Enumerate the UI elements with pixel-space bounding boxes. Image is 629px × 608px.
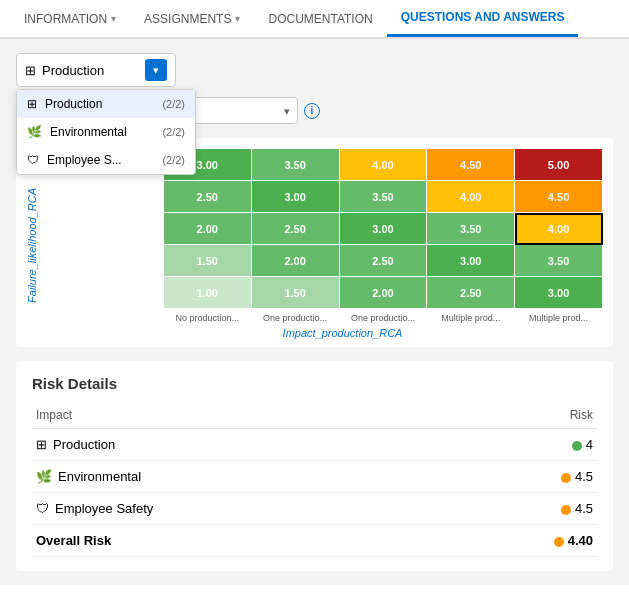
matrix-cell[interactable]: 4.00 — [427, 181, 515, 213]
main-content: ⊞ Production ▾ ⊞ Production (2/2) 🌿 Envi… — [0, 39, 629, 585]
matrix-cell[interactable]: 3.50 — [427, 213, 515, 245]
overall-risk-label: Overall Risk — [32, 525, 442, 557]
matrix-cell[interactable]: 3.00 — [251, 181, 339, 213]
chevron-down-icon: ▾ — [111, 13, 116, 24]
tab-information[interactable]: INFORMATION ▾ — [10, 0, 130, 37]
tab-assignments[interactable]: ASSIGNMENTS ▾ — [130, 0, 254, 37]
tab-documentation-label: DOCUMENTATION — [268, 12, 372, 26]
matrix-cell[interactable]: 2.50 — [339, 245, 427, 277]
select-impact[interactable]: 3 2 1 — [178, 97, 298, 124]
risk-details-table: Impact Risk ⊞Production4🌿Environmental4.… — [32, 402, 597, 557]
shield-icon: 🛡 — [36, 501, 49, 516]
risk-row: ⊞Production4 — [32, 429, 597, 461]
col-impact-header: Impact — [32, 402, 442, 429]
dropdown-selected-label: Production — [42, 63, 104, 78]
tab-documentation[interactable]: DOCUMENTATION — [254, 0, 386, 37]
matrix-cell[interactable]: 2.00 — [251, 245, 339, 277]
col-label: Multiple prod... — [515, 309, 603, 324]
matrix-cell[interactable]: 1.50 — [251, 277, 339, 309]
overall-risk-value: 4.40 — [442, 525, 597, 557]
risk-row-label: Employee Safety — [55, 501, 153, 516]
grid-icon: ⊞ — [25, 63, 36, 78]
grid-icon: ⊞ — [27, 97, 37, 111]
risk-dot — [561, 473, 571, 483]
matrix-cell[interactable]: 4.50 — [427, 149, 515, 181]
matrix-cell[interactable]: 4.50 — [515, 181, 603, 213]
matrix-cell[interactable]: 1.00 — [163, 277, 251, 309]
matrix-cell[interactable]: 3.50 — [339, 181, 427, 213]
matrix-cell[interactable]: 2.50 — [251, 213, 339, 245]
matrix-cell[interactable]: 1.50 — [163, 245, 251, 277]
dropdown-item-production[interactable]: ⊞ Production (2/2) — [17, 90, 195, 118]
nav-tabs: INFORMATION ▾ ASSIGNMENTS ▾ DOCUMENTATIO… — [0, 0, 629, 39]
grid-icon: ⊞ — [36, 437, 47, 452]
risk-value: 4.5 — [442, 493, 597, 525]
matrix-cell[interactable]: 4.00 — [339, 149, 427, 181]
matrix-cell[interactable]: 3.50 — [251, 149, 339, 181]
dropdown-item-employee-safety[interactable]: 🛡 Employee S... (2/2) — [17, 146, 195, 174]
dropdown-wrapper: ⊞ Production ▾ ⊞ Production (2/2) 🌿 Envi… — [16, 53, 176, 87]
tab-information-label: INFORMATION — [24, 12, 107, 26]
x-axis-label: Impact_production_RCA — [82, 323, 603, 343]
risk-value: 4.5 — [442, 461, 597, 493]
matrix-cell[interactable]: 2.00 — [339, 277, 427, 309]
matrix-cell[interactable]: 3.50 — [515, 245, 603, 277]
dropdown-menu: ⊞ Production (2/2) 🌿 Environmental (2/2)… — [16, 89, 196, 175]
dropdown-item-employee-label: Employee S... — [47, 153, 122, 167]
matrix-wrap: Failure_likelihood_RCA Frequent3.003.504… — [26, 148, 603, 343]
risk-dot — [561, 505, 571, 515]
col-label: No production... — [163, 309, 251, 324]
risk-details: Risk Details Impact Risk ⊞Production4🌿En… — [16, 361, 613, 571]
risk-details-title: Risk Details — [32, 375, 597, 392]
risk-row-label: Environmental — [58, 469, 141, 484]
matrix-cell[interactable]: 2.50 — [427, 277, 515, 309]
info-icon-2[interactable]: i — [304, 103, 320, 119]
dropdown-item-employee-badge: (2/2) — [162, 154, 185, 166]
dropdown-item-environmental[interactable]: 🌿 Environmental (2/2) — [17, 118, 195, 146]
overall-risk-dot — [554, 537, 564, 547]
col-label: One productio... — [339, 309, 427, 324]
dropdown-item-production-label: Production — [45, 97, 102, 111]
col-label: Multiple prod... — [427, 309, 515, 324]
tab-questions-answers[interactable]: QUESTIONS AND ANSWERS — [387, 0, 579, 37]
dropdown-item-production-badge: (2/2) — [162, 98, 185, 110]
category-dropdown[interactable]: ⊞ Production ▾ — [16, 53, 176, 87]
risk-row-label: Production — [53, 437, 115, 452]
shield-icon: 🛡 — [27, 153, 39, 167]
risk-row: 🌿Environmental4.5 — [32, 461, 597, 493]
chevron-down-icon: ▾ — [235, 13, 240, 24]
matrix-cell[interactable]: 2.00 — [163, 213, 251, 245]
risk-dot — [572, 441, 582, 451]
matrix-cell[interactable]: 3.00 — [339, 213, 427, 245]
leaf-icon: 🌿 — [36, 469, 52, 484]
matrix-cell[interactable]: 4.00 — [515, 213, 603, 245]
matrix-cell[interactable]: 3.00 — [427, 245, 515, 277]
overall-risk-row: Overall Risk4.40 — [32, 525, 597, 557]
col-label: One productio... — [251, 309, 339, 324]
col-risk-header: Risk — [442, 402, 597, 429]
dropdown-arrow-button[interactable]: ▾ — [145, 59, 167, 81]
dropdown-item-environmental-label: Environmental — [50, 125, 127, 139]
risk-value: 4 — [442, 429, 597, 461]
matrix-cell[interactable]: 3.00 — [515, 277, 603, 309]
select-group-2: 3 2 1 i — [178, 97, 320, 124]
tab-qa-label: QUESTIONS AND ANSWERS — [401, 10, 565, 24]
matrix-cell[interactable]: 2.50 — [163, 181, 251, 213]
risk-row: 🛡Employee Safety4.5 — [32, 493, 597, 525]
tab-assignments-label: ASSIGNMENTS — [144, 12, 231, 26]
select-wrapper-2: 3 2 1 — [178, 97, 298, 124]
y-axis-label: Failure_likelihood_RCA — [26, 188, 38, 303]
dropdown-item-environmental-badge: (2/2) — [162, 126, 185, 138]
matrix-cell[interactable]: 5.00 — [515, 149, 603, 181]
leaf-icon: 🌿 — [27, 125, 42, 139]
matrix-inner: Frequent3.003.504.004.505.00Probable2.50… — [42, 148, 603, 343]
